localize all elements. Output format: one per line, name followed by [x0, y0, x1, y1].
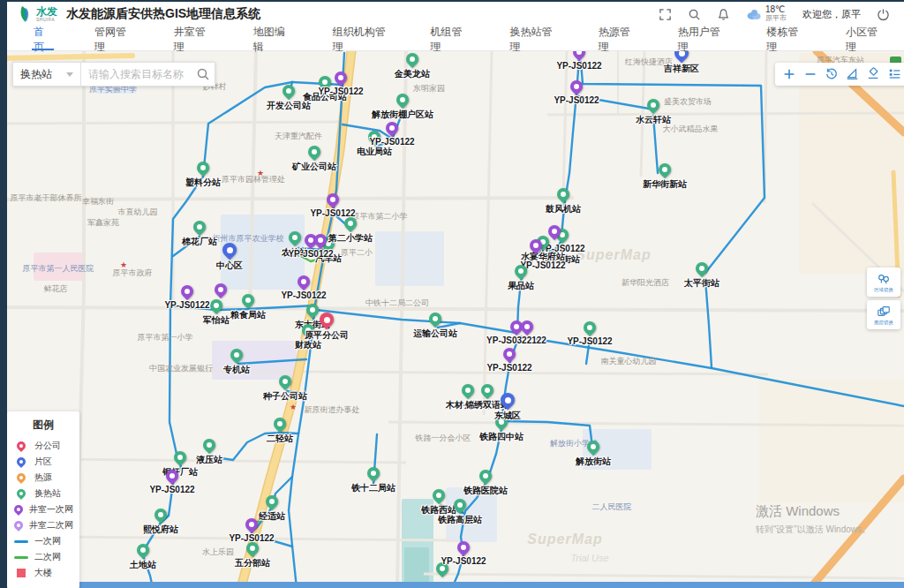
nav-tab-地图编辑[interactable]: 地图编辑: [232, 28, 312, 50]
legend-title: 图例: [14, 418, 72, 433]
pin-dot: [310, 307, 315, 313]
logout-icon[interactable]: [877, 8, 890, 21]
legend-item-片区: 片区: [14, 454, 72, 470]
marker-label: 塑料分站: [185, 177, 221, 189]
pin-dot: [200, 165, 206, 170]
nav-tab-小区管理[interactable]: 小区管理: [825, 28, 904, 50]
zoom-in-icon[interactable]: [780, 65, 798, 83]
basemap-label: 原平市政府: [113, 268, 153, 279]
pin-dot: [301, 279, 306, 284]
pin-dot: [433, 316, 438, 321]
measure-icon[interactable]: [844, 65, 862, 83]
pin-dot: [170, 473, 175, 479]
legend-item-井室一次网: 井室一次网: [14, 501, 72, 517]
marker-label: 运输公司站: [413, 328, 457, 340]
marker-label: 土地站: [130, 559, 156, 571]
marker-label: 电业局站: [357, 146, 392, 158]
side-button-图层切换[interactable]: 图层切换: [867, 300, 900, 329]
fullscreen-icon[interactable]: [659, 8, 672, 21]
bell-icon[interactable]: [717, 8, 730, 21]
poi-star-icon: ★: [257, 170, 264, 177]
legend-item-一次网: 一次网: [14, 533, 72, 549]
welcome-text: 欢迎您，原平: [802, 8, 861, 21]
nav-tab-井室管理[interactable]: 井室管理: [153, 28, 232, 50]
marker-label: 中心区: [216, 260, 243, 272]
marker-label: 太平街站: [684, 277, 719, 290]
pin-dot: [234, 352, 239, 358]
basemap-label: 盛美农贸市场: [664, 96, 712, 108]
pin-dot: [533, 243, 539, 248]
app-title: 水发能源盾安供热GIS地理信息系统: [66, 6, 260, 22]
marker-label: YP-JS0322122: [486, 335, 546, 345]
marker-label: 经适站: [259, 510, 285, 523]
pin-dot: [465, 388, 471, 393]
nav-tab-换热站管理[interactable]: 换热站管理: [488, 28, 576, 50]
basemap-label: Trial Use: [570, 553, 608, 563]
legend-item-换热站: 换热站: [14, 486, 72, 501]
zoom-out-icon[interactable]: [802, 65, 819, 83]
history-icon[interactable]: [823, 65, 840, 83]
map-canvas[interactable]: 原平实验中学妙样村天津重汽配件原平市园林管理处原平市第二小学原平二小忻州市原平农…: [0, 0, 904, 588]
pin-dot: [158, 512, 163, 517]
pin-dot: [338, 75, 343, 80]
basemap-label: 新华阳光酒店: [622, 277, 669, 289]
basemap-label: 原平市第一小学: [138, 332, 193, 343]
marker-label: 原平分公司: [305, 329, 349, 342]
pin-dot: [561, 192, 566, 197]
marker-label: 新华街新站: [643, 178, 687, 191]
nav-tab-管网管理[interactable]: 管网管理: [73, 28, 153, 50]
legend-pin-icon: [15, 471, 27, 484]
pin-dot: [436, 493, 441, 498]
clear-icon[interactable]: [865, 65, 883, 83]
basemap-label: 中铁十二局二公司: [365, 298, 429, 309]
marker-label: 铁路四中站: [479, 431, 524, 443]
valves-icon: [877, 272, 891, 286]
weather-widget[interactable]: 18℃ 原平市: [746, 5, 787, 23]
nav-tab-机组管理[interactable]: 机组管理: [410, 28, 489, 50]
left-edge-strip: [0, 0, 7, 588]
basemap-label: 天津重汽配件: [275, 131, 322, 142]
side-button-区域切换[interactable]: 区域切换: [867, 268, 900, 297]
layer-list-icon[interactable]: [886, 65, 904, 83]
pin-dot: [140, 547, 146, 553]
nav-tab-首页[interactable]: 首页: [12, 28, 73, 50]
pin-dot: [292, 235, 298, 240]
pin-dot: [207, 442, 212, 448]
map-search-control: 换热站: [12, 62, 215, 87]
legend-pin-icon: [15, 440, 27, 452]
basemap-label: SuperMap: [576, 247, 651, 263]
nav-tab-组织机构管理[interactable]: 组织机构管理: [312, 28, 410, 50]
search-category-select[interactable]: 换热站: [12, 62, 81, 87]
main-nav: 首页管网管理井室管理地图编辑组织机构管理机组管理换热站管理热源管理热用户管理楼栋…: [0, 28, 904, 51]
marker-label: 吉祥新区: [664, 63, 699, 75]
search-icon[interactable]: [688, 8, 701, 21]
legend-item-分公司: 分公司: [14, 438, 72, 454]
pin-dot: [282, 379, 288, 384]
marker-label: YP-JS0122: [554, 95, 599, 105]
pin-dot: [185, 289, 190, 294]
basemap-label: 东明家园: [413, 83, 445, 94]
pin-dot: [389, 125, 395, 131]
basemap-label: 军鑫家苑: [87, 217, 119, 229]
nav-tab-热源管理[interactable]: 热源管理: [577, 28, 657, 50]
legend-pin-icon: [15, 456, 27, 468]
marker-label: 专机站: [223, 364, 250, 376]
legend-item-label: 二次网: [34, 551, 61, 563]
basemap-label: 原平市第二小学: [352, 211, 408, 222]
marker-label: 果品站: [508, 280, 534, 292]
pin-dot: [245, 298, 251, 303]
legend-pin-icon: [12, 519, 25, 531]
nav-tab-热用户管理[interactable]: 热用户管理: [657, 28, 745, 50]
pin-dot: [318, 237, 323, 243]
basemap-label: 中国农业发展银行: [149, 363, 213, 374]
pin-dot: [177, 455, 183, 460]
pin-dot: [651, 102, 656, 108]
pin-dot: [507, 351, 512, 357]
marker-label: YP-JS0122: [369, 137, 414, 147]
pin-dot: [371, 471, 376, 476]
marker-label: 五分部站: [235, 557, 270, 569]
map-legend: 图例 分公司片区热源换热站井室一次网井室二次网一次网二次网大楼: [7, 411, 79, 588]
nav-tab-楼栋管理[interactable]: 楼栋管理: [745, 28, 825, 50]
header-actions: 18℃ 原平市 欢迎您，原平: [659, 5, 890, 23]
search-icon[interactable]: [196, 67, 210, 81]
